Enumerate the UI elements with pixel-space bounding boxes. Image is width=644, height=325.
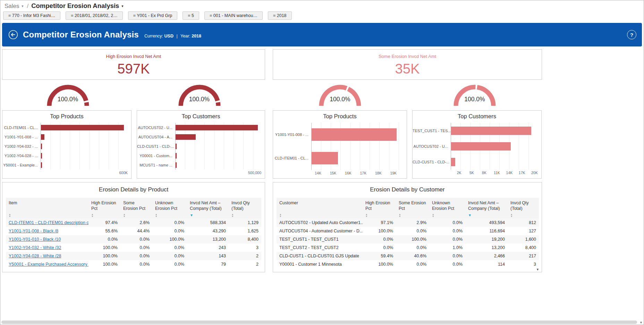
plot-area (41, 132, 128, 142)
bar[interactable] (41, 153, 42, 159)
chevron-down-icon: ▼ (121, 5, 124, 8)
kpi-title: High Erosion Invcd Net Amt (2, 54, 265, 59)
customer-name: TEST_CUST2 - TEST_CUST2 (277, 243, 363, 252)
table-scroll-down-arrow[interactable]: ▼ (536, 268, 539, 271)
sort-icon[interactable]: ▲▼ (510, 213, 515, 217)
column-header[interactable]: High Erosion Pct▲▼ (363, 198, 396, 219)
cell: 40.6% (396, 252, 429, 260)
item-link[interactable]: Y1001-Y01-008 - Black /8 (9, 229, 58, 233)
sort-icon[interactable]: ▲▼ (123, 213, 127, 217)
breadcrumb-section[interactable]: Sales▼ (5, 3, 24, 10)
column-header[interactable]: Customer▲▼ (277, 198, 363, 219)
axis-tick-label: 14K (506, 171, 513, 175)
chart-row: Y1002-Y04-028 - ... (2, 151, 131, 160)
bar[interactable] (451, 127, 531, 135)
gauge-value: 100.0% (314, 96, 366, 103)
gauge-value: 100.0% (42, 96, 94, 103)
filter-chip-company[interactable]: = 770 - Infor M3 Fashi… (3, 11, 60, 20)
table-row[interactable]: TEST_CUST2 - TEST_CUST20.0%0.0%1.0%13,20… (277, 243, 539, 252)
table-row[interactable]: AUTOCUST02 - Updated Auto Customer1...97… (277, 219, 539, 227)
sort-icon-active[interactable]: ▼ (190, 213, 194, 217)
sort-icon[interactable]: ▲▼ (365, 213, 370, 217)
bar[interactable] (41, 134, 44, 140)
bar[interactable] (176, 153, 177, 159)
column-header[interactable]: Invcd Qty (Total)▲▼ (508, 198, 539, 219)
high-erosion-gauges: 100.0% 100.0% (2, 81, 265, 108)
cell: 0.0% (88, 235, 120, 243)
scrollbar-corner-arrow[interactable]: ▼ (639, 321, 643, 324)
column-header-label: Invcd Qty (Total) (510, 200, 536, 212)
sort-icon[interactable]: ▲▼ (91, 213, 95, 217)
filter-chip-year[interactable]: = 2018 (268, 11, 292, 20)
category-label: Y00001 - Custom... (137, 154, 175, 158)
item-link[interactable]: CLD-ITEM01 - CLD-ITEM01 description chan… (9, 220, 88, 225)
table-row[interactable]: Y1001-Y01-010 - Black /100.0%0.0%100.0%1… (6, 235, 261, 243)
breadcrumb-page[interactable]: Competitor Erosion Analysis▼ (31, 2, 124, 10)
column-header-label: Invcd Net Amt – Company (Total) (468, 200, 505, 212)
horizontal-scrollbar[interactable] (1, 320, 637, 324)
table-row[interactable]: Y50001 - Example Purchased Accessory 500… (6, 260, 261, 268)
column-header[interactable]: Invcd Qty (Total)▲▼ (229, 198, 261, 219)
column-header[interactable]: Item▲▼ (6, 198, 88, 219)
gauge-value: 100.0% (449, 96, 501, 103)
sort-icon[interactable]: ▲▼ (399, 213, 403, 217)
table-row[interactable]: TEST_CUST1 - TEST_CUST10.0%100.0%0.0%19,… (277, 235, 539, 243)
item-link[interactable]: Y1001-Y01-010 - Black /10 (9, 237, 61, 242)
sort-icon[interactable]: ▲▼ (9, 213, 13, 217)
bar[interactable] (451, 142, 511, 151)
filter-chip-periods[interactable]: = 2018/01, 2018/02, 2… (66, 11, 123, 20)
bar[interactable] (176, 125, 258, 130)
gauge-arc (42, 81, 94, 108)
cell: 243 (187, 243, 229, 252)
table-row[interactable]: CLD-CUST1 - CLD-CUST01 GJS Update59.4%40… (277, 252, 539, 260)
sort-icon[interactable]: ▲▼ (231, 213, 236, 217)
table-row[interactable]: Y1002-Y04-028 - White /28100.0%0.0%0.0%1… (6, 252, 261, 260)
item-link[interactable]: Y1002-Y04-028 - White /28 (9, 254, 61, 258)
bar[interactable] (41, 125, 124, 130)
column-header[interactable]: Some Erosion Pct▲▼ (396, 198, 429, 219)
column-header[interactable]: Invcd Net Amt – Company (Total)▼ (465, 198, 508, 219)
cell: 3 (508, 260, 539, 268)
sort-icon[interactable]: ▲▼ (432, 213, 436, 217)
bar[interactable] (176, 134, 196, 140)
table-row[interactable]: Y00001 - Customer 1 Minnesota100.0%0.0%0… (277, 260, 539, 268)
bar[interactable] (41, 162, 42, 168)
gauge-some-customers: 100.0% (449, 81, 501, 108)
bar[interactable] (312, 128, 397, 141)
bar[interactable] (41, 144, 42, 149)
category-label: AUTOCUST02 - U... (413, 144, 451, 148)
filter-chip-top-n[interactable]: = 5 (183, 11, 199, 20)
bar[interactable] (176, 162, 177, 168)
column-header-label: Unknown Erosion Pct (432, 200, 463, 212)
item-link[interactable]: Y1002-Y04-032 - White /32 (9, 245, 61, 250)
table-row[interactable]: CLD-ITEM01 - CLD-ITEM01 description chan… (6, 219, 261, 227)
item-link[interactable]: Y50001 - Example Purchased Accessory 500… (9, 262, 88, 267)
column-header[interactable]: Unknown Erosion Pct▲▼ (429, 198, 465, 219)
column-header[interactable]: Unknown Erosion Pct▲▼ (152, 198, 187, 219)
table-row[interactable]: AUTOCUST04 - Automated Customer - D...10… (277, 227, 539, 235)
plot-area (175, 142, 261, 151)
column-header[interactable]: High Erosion Pct▲▼ (88, 198, 120, 219)
bar[interactable] (176, 144, 177, 149)
bar[interactable] (312, 152, 338, 164)
cell: 100.0% (88, 252, 120, 260)
cell: 3 (229, 243, 261, 252)
table-row[interactable]: Y1002-Y04-032 - White /32100.0%0.0%0.0%2… (6, 243, 261, 252)
column-header[interactable]: Invcd Net Amt – Company (Total)▼ (187, 198, 229, 219)
filter-chip-warehouse[interactable]: = 001 - MAIN warehou… (204, 11, 263, 20)
table-title: Erosion Details by Customer (273, 182, 542, 198)
top-customers-chart-high: Top Customers AUTOCUST02 - U...AUTOCUST0… (137, 110, 265, 179)
bar[interactable] (451, 158, 455, 166)
sort-icon[interactable]: ▲▼ (155, 213, 159, 217)
table-row[interactable]: Y1001-Y01-008 - Black /855.6%44.4%0.0%43… (6, 227, 261, 235)
column-header[interactable]: Some Erosion Pct▲▼ (120, 198, 152, 219)
help-button[interactable]: ? (627, 30, 636, 40)
sort-icon-active[interactable]: ▼ (468, 213, 472, 217)
x-axis: 500,000 (137, 170, 265, 176)
filter-chip-product-group[interactable]: = Y001 - Ex Prd Grp (128, 11, 178, 20)
back-button[interactable] (8, 30, 18, 40)
some-erosion-section: Some Erosion Invcd Net Amt 35K 100.0% 10… (273, 49, 542, 272)
sort-icon[interactable]: ▲▼ (279, 213, 283, 217)
column-header-label: Customer (279, 200, 360, 212)
customer-name: Y00001 - Customer 1 Minnesota (277, 260, 363, 268)
